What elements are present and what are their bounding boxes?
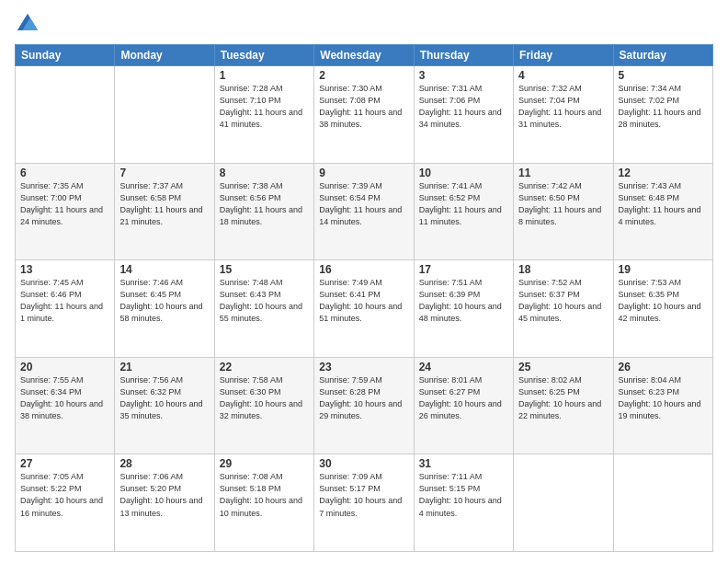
day-info: Sunrise: 8:01 AMSunset: 6:27 PMDaylight:… — [419, 375, 502, 420]
day-cell: 30Sunrise: 7:09 AMSunset: 5:17 PMDayligh… — [314, 454, 414, 552]
day-cell: 19Sunrise: 7:53 AMSunset: 6:35 PMDayligh… — [613, 260, 712, 358]
day-cell: 11Sunrise: 7:42 AMSunset: 6:50 PMDayligh… — [514, 163, 613, 260]
day-number: 25 — [518, 361, 608, 373]
week-row-0: 1Sunrise: 7:28 AMSunset: 7:10 PMDaylight… — [16, 66, 713, 164]
day-info: Sunrise: 7:56 AMSunset: 6:32 PMDaylight:… — [119, 375, 202, 420]
weekday-header-sunday: Sunday — [16, 45, 115, 66]
day-number: 1 — [220, 69, 309, 82]
day-cell: 16Sunrise: 7:49 AMSunset: 6:41 PMDayligh… — [314, 260, 414, 358]
day-number: 27 — [20, 457, 109, 470]
day-info: Sunrise: 7:28 AMSunset: 7:10 PMDaylight:… — [220, 84, 302, 129]
day-number: 28 — [119, 457, 209, 470]
day-number: 5 — [619, 69, 708, 82]
day-number: 20 — [20, 361, 109, 373]
logo-icon — [15, 11, 40, 37]
day-number: 8 — [220, 167, 309, 179]
day-cell: 25Sunrise: 8:02 AMSunset: 6:25 PMDayligh… — [514, 357, 613, 454]
day-cell — [613, 454, 712, 552]
day-cell: 18Sunrise: 7:52 AMSunset: 6:37 PMDayligh… — [514, 260, 613, 358]
day-info: Sunrise: 7:53 AMSunset: 6:35 PMDaylight:… — [619, 278, 701, 323]
day-number: 14 — [119, 263, 209, 276]
day-info: Sunrise: 7:37 AMSunset: 6:58 PMDaylight:… — [119, 181, 202, 226]
day-cell: 8Sunrise: 7:38 AMSunset: 6:56 PMDaylight… — [214, 163, 313, 260]
day-info: Sunrise: 7:43 AMSunset: 6:48 PMDaylight:… — [619, 181, 701, 226]
day-number: 31 — [419, 457, 508, 470]
day-info: Sunrise: 7:41 AMSunset: 6:52 PMDaylight:… — [419, 181, 502, 226]
day-cell: 28Sunrise: 7:06 AMSunset: 5:20 PMDayligh… — [115, 454, 214, 552]
day-info: Sunrise: 7:34 AMSunset: 7:02 PMDaylight:… — [619, 84, 701, 129]
weekday-header-monday: Monday — [115, 45, 214, 66]
day-number: 3 — [419, 69, 508, 82]
calendar-table: SundayMondayTuesdayWednesdayThursdayFrid… — [15, 44, 713, 552]
day-number: 13 — [20, 263, 109, 276]
day-cell: 23Sunrise: 7:59 AMSunset: 6:28 PMDayligh… — [314, 357, 414, 454]
week-row-3: 20Sunrise: 7:55 AMSunset: 6:34 PMDayligh… — [16, 357, 713, 454]
day-info: Sunrise: 7:51 AMSunset: 6:39 PMDaylight:… — [419, 278, 502, 323]
day-info: Sunrise: 7:38 AMSunset: 6:56 PMDaylight:… — [220, 181, 302, 226]
day-number: 2 — [319, 69, 408, 82]
day-cell — [115, 66, 214, 164]
day-number: 4 — [518, 69, 608, 82]
day-cell: 17Sunrise: 7:51 AMSunset: 6:39 PMDayligh… — [414, 260, 513, 358]
week-row-1: 6Sunrise: 7:35 AMSunset: 7:00 PMDaylight… — [16, 163, 713, 260]
day-info: Sunrise: 7:08 AMSunset: 5:18 PMDaylight:… — [220, 472, 302, 517]
day-cell: 5Sunrise: 7:34 AMSunset: 7:02 PMDaylight… — [613, 66, 712, 164]
day-info: Sunrise: 7:39 AMSunset: 6:54 PMDaylight:… — [319, 181, 402, 226]
day-cell: 9Sunrise: 7:39 AMSunset: 6:54 PMDaylight… — [314, 163, 414, 260]
day-info: Sunrise: 7:30 AMSunset: 7:08 PMDaylight:… — [319, 84, 402, 129]
day-number: 21 — [119, 361, 209, 373]
day-info: Sunrise: 7:05 AMSunset: 5:22 PMDaylight:… — [20, 472, 103, 517]
day-info: Sunrise: 7:55 AMSunset: 6:34 PMDaylight:… — [20, 375, 103, 420]
day-number: 12 — [619, 167, 708, 179]
day-info: Sunrise: 7:52 AMSunset: 6:37 PMDaylight:… — [518, 278, 601, 323]
weekday-header-thursday: Thursday — [414, 45, 513, 66]
day-number: 23 — [319, 361, 408, 373]
day-number: 11 — [518, 167, 608, 179]
day-cell: 24Sunrise: 8:01 AMSunset: 6:27 PMDayligh… — [414, 357, 513, 454]
day-cell: 21Sunrise: 7:56 AMSunset: 6:32 PMDayligh… — [115, 357, 214, 454]
day-cell: 3Sunrise: 7:31 AMSunset: 7:06 PMDaylight… — [414, 66, 513, 164]
day-number: 10 — [419, 167, 508, 179]
day-cell: 14Sunrise: 7:46 AMSunset: 6:45 PMDayligh… — [115, 260, 214, 358]
day-cell: 20Sunrise: 7:55 AMSunset: 6:34 PMDayligh… — [16, 357, 115, 454]
day-info: Sunrise: 7:46 AMSunset: 6:45 PMDaylight:… — [119, 278, 202, 323]
day-info: Sunrise: 7:48 AMSunset: 6:43 PMDaylight:… — [220, 278, 302, 323]
day-number: 9 — [319, 167, 408, 179]
day-info: Sunrise: 8:04 AMSunset: 6:23 PMDaylight:… — [619, 375, 701, 420]
weekday-header-saturday: Saturday — [613, 45, 712, 66]
day-info: Sunrise: 7:58 AMSunset: 6:30 PMDaylight:… — [220, 375, 302, 420]
logo — [15, 11, 44, 37]
day-info: Sunrise: 8:02 AMSunset: 6:25 PMDaylight:… — [518, 375, 601, 420]
day-number: 18 — [518, 263, 608, 276]
day-number: 24 — [419, 361, 508, 373]
weekday-header-friday: Friday — [514, 45, 613, 66]
day-cell: 7Sunrise: 7:37 AMSunset: 6:58 PMDaylight… — [115, 163, 214, 260]
header — [15, 11, 713, 37]
day-number: 29 — [220, 457, 309, 470]
day-number: 19 — [619, 263, 708, 276]
day-number: 7 — [119, 167, 209, 179]
day-number: 26 — [619, 361, 708, 373]
day-cell: 31Sunrise: 7:11 AMSunset: 5:15 PMDayligh… — [414, 454, 513, 552]
day-info: Sunrise: 7:11 AMSunset: 5:15 PMDaylight:… — [419, 472, 502, 517]
day-info: Sunrise: 7:35 AMSunset: 7:00 PMDaylight:… — [20, 181, 103, 226]
day-number: 30 — [319, 457, 408, 470]
day-cell: 13Sunrise: 7:45 AMSunset: 6:46 PMDayligh… — [16, 260, 115, 358]
weekday-header-wednesday: Wednesday — [314, 45, 414, 66]
day-number: 22 — [220, 361, 309, 373]
day-info: Sunrise: 7:09 AMSunset: 5:17 PMDaylight:… — [319, 472, 402, 517]
weekday-header-tuesday: Tuesday — [214, 45, 313, 66]
day-info: Sunrise: 7:31 AMSunset: 7:06 PMDaylight:… — [419, 84, 502, 129]
weekday-header-row: SundayMondayTuesdayWednesdayThursdayFrid… — [16, 45, 713, 66]
day-info: Sunrise: 7:42 AMSunset: 6:50 PMDaylight:… — [518, 181, 601, 226]
day-info: Sunrise: 7:59 AMSunset: 6:28 PMDaylight:… — [319, 375, 402, 420]
day-info: Sunrise: 7:32 AMSunset: 7:04 PMDaylight:… — [518, 84, 601, 129]
week-row-4: 27Sunrise: 7:05 AMSunset: 5:22 PMDayligh… — [16, 454, 713, 552]
day-cell: 15Sunrise: 7:48 AMSunset: 6:43 PMDayligh… — [214, 260, 313, 358]
day-cell: 22Sunrise: 7:58 AMSunset: 6:30 PMDayligh… — [214, 357, 313, 454]
day-cell — [514, 454, 613, 552]
day-cell: 10Sunrise: 7:41 AMSunset: 6:52 PMDayligh… — [414, 163, 513, 260]
day-cell: 6Sunrise: 7:35 AMSunset: 7:00 PMDaylight… — [16, 163, 115, 260]
day-info: Sunrise: 7:06 AMSunset: 5:20 PMDaylight:… — [119, 472, 202, 517]
day-number: 6 — [20, 167, 109, 179]
